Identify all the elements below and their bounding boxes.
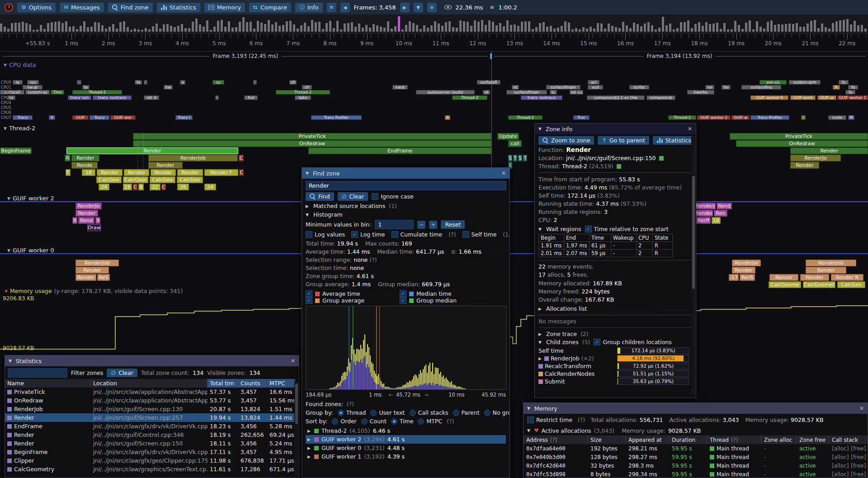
timeline-zone[interactable]: Rend [78,217,94,224]
column-header[interactable]: Thread(?) [707,435,761,444]
cpu-zone[interactable]: GUIF worker 2 [697,115,731,120]
cpu-zone[interactable]: fa [135,80,142,85]
collapse-icon[interactable]: ▼ [9,359,12,363]
legend-item[interactable]: ✓Average time [306,290,396,297]
allocation-thread[interactable]: Main thread [707,444,761,453]
timeline-zone[interactable]: PrivateTick [133,133,491,140]
timeline-zone[interactable]: CalcGeomet [803,281,835,288]
cpu-zone[interactable]: fa [845,90,855,95]
radio-user-text[interactable]: User text [370,409,405,416]
timeline-zone[interactable]: 8 [72,217,77,224]
stats-row-location[interactable]: jni/../jni/src/claw/gfx/drv/vk/DriverVk.… [91,422,208,431]
stats-row-counts[interactable]: 3,456 [238,439,267,448]
close-icon[interactable]: ✕ [291,358,295,364]
cpu-zone[interactable]: GUIF [72,115,89,120]
cpu-zone[interactable]: a [180,80,185,85]
timeline-zone[interactable]: 9 [95,217,100,224]
child-zone-row[interactable]: ▶RenderJob (×2)4.16 ms (92.60%) [538,355,692,362]
timeline-zone[interactable]: Render [75,210,98,217]
call-stack-cell[interactable]: [alloc][free] [829,453,868,461]
column-header[interactable]: Zone alloc [761,435,797,444]
zone-info-titlebar[interactable]: ▼ Zone info ✕ [535,123,696,134]
timeline-zone[interactable]: 26 [177,184,189,190]
cpu-zone[interactable]: roi [705,85,714,90]
stats-row-location[interactable]: jni/../jni/src/claw/gfx/geo/Clipper.cpp:… [91,456,208,465]
timeline-zone[interactable]: Render [66,147,238,154]
timeline-zone[interactable]: CalcGeo [96,176,122,183]
stats-row-location[interactable]: jni/../jni/src/claw/application/Abstract… [91,388,208,396]
child-zone-row[interactable]: Self time172.14 µs (3.83%) [538,347,692,355]
zone-trace-toggle[interactable]: ▶Zone trace(2) [538,331,692,337]
zone-group-row[interactable]: ▶GUIF worker 1(3,192)4.39 s [306,452,506,461]
cpu-zone[interactable]: cfr [289,80,297,85]
allocation-address[interactable]: 0x7e049b3d00 [524,453,588,461]
timeline-zone[interactable]: Rend [717,203,732,209]
allocation-address[interactable]: 0x7dfaa64e00 [524,444,588,453]
checkbox-cumulate-time[interactable]: Cumulate time [392,231,443,238]
timeline-zone[interactable]: CalcGeo [837,281,865,288]
cpu-zone[interactable]: tracy_systrace [521,95,562,100]
info-button[interactable]: ⓘInfo [295,3,323,12]
cpu-zone[interactable] [77,80,81,85]
cpu-zone[interactable]: Tracy Profiler [750,115,789,120]
group-children-checkbox[interactable]: ✓Group children locations [594,339,671,345]
tools-button[interactable]: ⚒ [327,3,336,12]
stats-row-total[interactable]: 17.11 s [208,448,238,456]
column-header[interactable]: Counts [238,379,267,388]
close-icon[interactable]: ✕ [501,170,506,176]
stats-row-total[interactable]: 11.61 s [208,465,238,473]
stats-row-counts[interactable]: 262,656 [238,431,267,439]
allocation-thread[interactable]: Main thread [707,470,761,478]
cpu-zone[interactable]: Thread-2 [508,115,542,120]
histogram-plot[interactable] [306,306,506,390]
stats-row-mtpc[interactable]: 671.4 µs [267,465,295,473]
filter-input[interactable] [8,368,67,378]
timeline-zone[interactable]: -17 [729,274,739,281]
child-zone-row[interactable]: CalcRenderNodes51.51 µs (1.15%) [538,370,692,378]
cpu-zone[interactable]: foi [722,85,731,90]
stats-row-total[interactable]: 11.98 s [208,456,238,465]
stats-row-counts[interactable]: 3,457 [238,388,267,396]
increase-bin-button[interactable]: + [429,221,437,229]
stats-row-total[interactable]: 18.19 s [208,431,238,439]
column-header[interactable]: Location [91,379,208,388]
decrease-bin-button[interactable]: − [417,221,425,229]
timeline-zone[interactable]: 16 [123,184,132,190]
timeline-zone[interactable]: R [65,155,71,161]
stats-row-name[interactable]: PrivateTick [5,388,91,396]
column-header[interactable]: Begin [539,234,564,242]
timeline-zone[interactable]: Render [806,267,846,274]
help-icon[interactable]: (?) [578,416,585,423]
timeline-zone[interactable]: 24 [99,184,109,190]
timeline-zone[interactable]: Rerff [696,217,711,224]
find-zone-button[interactable]: Find zone [108,3,153,12]
timeline-zone[interactable]: Render [790,162,819,169]
stats-row-counts[interactable]: 3,457 [238,396,267,405]
ignore-case-checkbox[interactable]: Ignore case [372,193,413,200]
stats-row-mtpc[interactable]: 15.56 ms [267,396,295,405]
timeline-zone[interactable]: Render [732,267,755,274]
search-input[interactable] [306,181,506,190]
stats-row-mtpc[interactable]: 5.24 ms [267,439,295,448]
cpu-zone[interactable]: A [833,85,840,90]
cpu-zone[interactable]: sen-sis [760,80,787,85]
clear-filter-button[interactable]: ∅ Clear [107,369,137,377]
statistics-titlebar[interactable]: ▼ Statistics ✕ [5,355,299,366]
checkbox-log-values[interactable]: Log values [306,231,345,238]
help-icon[interactable]: (?) [731,437,738,443]
compare-button[interactable]: ⇆Compare [249,3,291,12]
cpu-zone[interactable]: GUIF-w [731,115,750,120]
help-icon[interactable]: (?) [550,437,557,443]
reset-button[interactable]: Reset [441,220,465,229]
timeline-zone[interactable]: CalcGeo [150,176,175,183]
memory-titlebar[interactable]: ▼ Memory ✕ [524,403,868,414]
column-header[interactable]: Time [590,234,611,242]
cpu-zone[interactable]: et [483,90,490,95]
clear-button[interactable]: ∅Clear [338,192,368,201]
power-button[interactable] [5,3,13,12]
timeline-zone[interactable]: Rencer [769,274,798,281]
cpu-zone[interactable]: Trac [573,115,590,120]
cpu-zone[interactable]: audioserver /audio [416,90,475,95]
timeline-zone[interactable]: RerS [740,274,755,281]
stats-row-counts[interactable]: 17,286 [238,465,267,473]
